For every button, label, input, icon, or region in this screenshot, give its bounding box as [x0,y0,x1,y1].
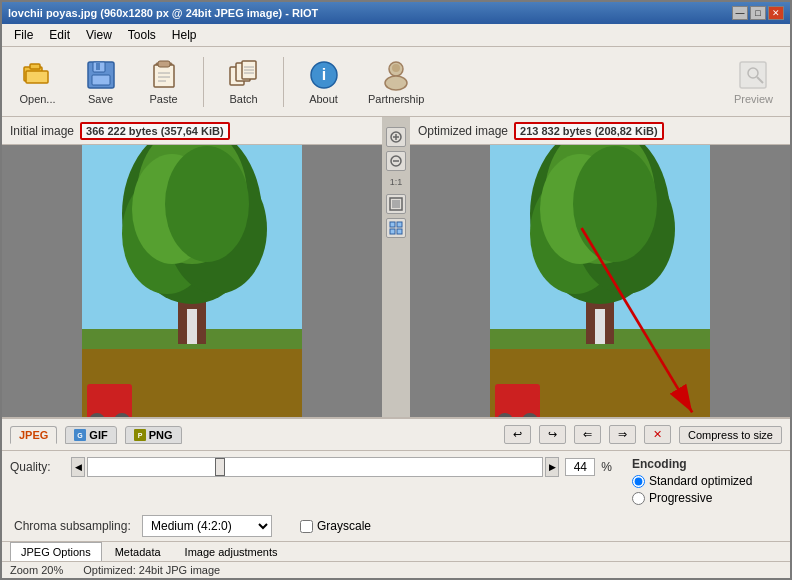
next-button[interactable]: ⇒ [609,425,636,444]
encoding-standard-option[interactable]: Standard optimized [632,474,782,488]
gif-tab-label: GIF [89,429,107,441]
info-status: Optimized: 24bit JPG image [83,564,220,576]
menu-view[interactable]: View [78,26,120,44]
chroma-select[interactable]: Medium (4:2:0) High (4:4:4) Low (4:1:1) [142,515,272,537]
svg-rect-47 [392,200,400,208]
menu-edit[interactable]: Edit [41,26,78,44]
prev-button[interactable]: ⇐ [574,425,601,444]
initial-image-header: Initial image 366 222 bytes (357,64 KiB) [2,117,382,145]
close-button[interactable]: ✕ [768,6,784,20]
svg-point-22 [385,76,407,90]
svg-rect-9 [158,61,170,67]
svg-text:P: P [137,432,142,439]
status-bar: Zoom 20% Optimized: 24bit JPG image [2,561,790,578]
toolbar-sep-1 [203,57,204,107]
image-area: Initial image 366 222 bytes (357,64 KiB) [2,117,790,417]
tab-metadata[interactable]: Metadata [104,542,172,561]
preview-icon [737,59,769,91]
compress-to-size-button[interactable]: Compress to size [679,426,782,444]
png-tab-label: PNG [149,429,173,441]
maximize-button[interactable]: □ [750,6,766,20]
open-button[interactable]: Open... [10,54,65,110]
window-title: lovchii poyas.jpg (960x1280 px @ 24bit J… [8,7,318,19]
menu-help[interactable]: Help [164,26,205,44]
svg-rect-6 [96,63,100,70]
slider-thumb[interactable] [215,458,225,476]
encoding-panel: Encoding Standard optimized Progressive [632,457,782,505]
bottom-panel: JPEG G GIF P PNG ↩ ↪ ⇐ ⇒ ✕ Compress to s… [2,417,790,561]
undo-button[interactable]: ↩ [504,425,531,444]
quality-value-input[interactable] [565,458,595,476]
jpeg-tab-label: JPEG [19,429,48,441]
save-button[interactable]: Save [73,54,128,110]
quality-slider[interactable] [87,457,543,477]
encoding-progressive-option[interactable]: Progressive [632,491,782,505]
minimize-button[interactable]: — [732,6,748,20]
batch-button[interactable]: Batch [216,54,271,110]
panel-divider: 1:1 [382,117,410,417]
encoding-progressive-radio[interactable] [632,492,645,505]
svg-rect-5 [92,75,110,85]
batch-label: Batch [229,93,257,105]
partnership-icon [380,59,412,91]
svg-rect-51 [397,229,402,234]
open-label: Open... [19,93,55,105]
percent-label: % [601,460,612,474]
svg-point-23 [392,64,400,72]
quality-slider-container: ◀ ▶ [71,457,559,477]
paste-button[interactable]: Paste [136,54,191,110]
preview-button[interactable]: Preview [725,54,782,110]
quality-increase-button[interactable]: ▶ [545,457,559,477]
format-row: JPEG G GIF P PNG ↩ ↪ ⇐ ⇒ ✕ Compress to s… [2,419,790,451]
svg-rect-62 [495,384,540,418]
tab-image-adjustments[interactable]: Image adjustments [174,542,289,561]
initial-size-badge: 366 222 bytes (357,64 KiB) [80,122,230,140]
reset-button[interactable]: ✕ [644,425,671,444]
svg-rect-1 [30,64,40,69]
tab-jpeg[interactable]: JPEG [10,426,57,444]
about-button[interactable]: i About [296,54,351,110]
initial-label: Initial image [10,124,74,138]
chroma-row: Chroma subsampling: Medium (4:2:0) High … [2,511,790,541]
sync-button[interactable] [386,218,406,238]
title-bar: lovchii poyas.jpg (960x1280 px @ 24bit J… [2,2,790,24]
partnership-button[interactable]: Partnership [359,54,433,110]
quality-decrease-button[interactable]: ◀ [71,457,85,477]
svg-point-61 [573,146,657,262]
bottom-tabs: JPEG Options Metadata Image adjustments [2,541,790,561]
zoom-in-button[interactable] [386,127,406,147]
toolbar-sep-2 [283,57,284,107]
grayscale-checkbox[interactable] [300,520,313,533]
svg-rect-37 [87,384,132,418]
redo-button[interactable]: ↪ [539,425,566,444]
window-controls: — □ ✕ [732,6,784,20]
tab-gif[interactable]: G GIF [65,426,116,444]
toolbar: Open... Save [2,47,790,117]
svg-rect-49 [397,222,402,227]
chroma-label: Chroma subsampling: [14,519,134,533]
optimized-label: Optimized image [418,124,508,138]
svg-rect-24 [740,62,766,88]
svg-rect-50 [390,229,395,234]
quality-control: Quality: ◀ ▶ % [10,457,612,477]
batch-icon [228,59,260,91]
main-window: lovchii poyas.jpg (960x1280 px @ 24bit J… [0,0,792,580]
menu-tools[interactable]: Tools [120,26,164,44]
menu-bar: File Edit View Tools Help [2,24,790,47]
optimized-image-panel: Optimized image 213 832 bytes (208,82 Ki… [410,117,790,417]
encoding-standard-label: Standard optimized [649,474,752,488]
tab-png[interactable]: P PNG [125,426,182,444]
paste-label: Paste [149,93,177,105]
svg-text:i: i [321,66,325,83]
tab-jpeg-options[interactable]: JPEG Options [10,542,102,561]
paste-icon [148,59,180,91]
encoding-standard-radio[interactable] [632,475,645,488]
svg-rect-8 [154,65,174,87]
preview-label: Preview [734,93,773,105]
menu-file[interactable]: File [6,26,41,44]
fit-button[interactable] [386,194,406,214]
initial-image-view [2,145,382,417]
zoom-out-button[interactable] [386,151,406,171]
optimized-image-view [410,145,790,417]
optimized-size-badge: 213 832 bytes (208,82 KiB) [514,122,664,140]
